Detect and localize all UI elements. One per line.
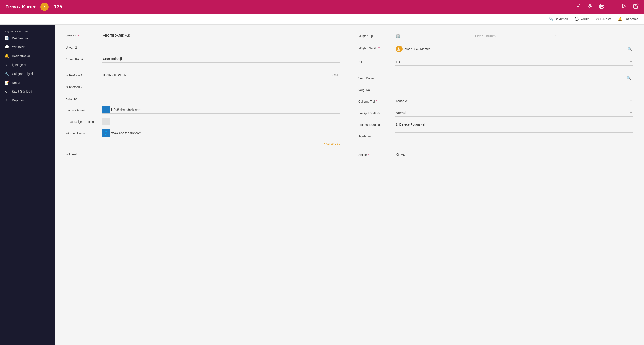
sidebar: İLİŞKİLİ KAYITLAR 📄 Dokümanlar 💬 Yorumla… [0, 25, 55, 345]
aciklama-textarea[interactable] [395, 132, 633, 146]
sektor-control: Kimya Teknoloji Diğer ▾ [395, 151, 633, 158]
hatirlatma-link[interactable]: 🔔 Hatırlatma [618, 17, 638, 21]
dil-select[interactable]: TR EN DE [395, 58, 633, 65]
is-adresi-row: İş Adresi ··· [66, 150, 340, 156]
sektor-row: Sektör * Kimya Teknoloji Diğer ▾ [358, 151, 633, 158]
main-layout: İLİŞKİLİ KAYITLAR 📄 Dokümanlar 💬 Yorumla… [0, 25, 644, 345]
reminder-icon: 🔔 [4, 54, 9, 58]
musteri-tipi-value: Firma - Kurum [475, 34, 553, 38]
potans-durumu-control: 1. Derece Potansiyel 2. Derece Potansiye… [395, 121, 633, 128]
internet-sayfasi-input[interactable] [110, 129, 340, 137]
eposta-adresi-input[interactable] [110, 106, 340, 114]
building-icon: 🏢 [396, 34, 474, 38]
eposta-adresi-control: ··· [102, 106, 340, 114]
is-telefonu2-row: İş Telefonu 2 [66, 83, 340, 91]
content-area: Ünvan-1 * Ünvan-2 [55, 25, 644, 345]
notes-icon: 📝 [4, 81, 9, 85]
edit-icon[interactable] [633, 4, 638, 10]
musteri-tipi-row: Müşteri Tipi 🏢 Firma - Kurum ▾ [358, 32, 633, 40]
musteri-sahibi-control: smartClick Master 🔍 [395, 44, 633, 54]
sektor-required: * [368, 153, 370, 157]
owner-name: smartClick Master [404, 47, 626, 51]
faaliyet-statusu-label: Faaliyet Statüsü [358, 109, 395, 115]
owner-search-icon[interactable]: 🔍 [628, 47, 632, 51]
calisma-tipi-select[interactable]: Tedarikçi Müşteri Diğer [395, 98, 633, 105]
add-address-row: + Adres Ekle [66, 141, 340, 146]
sidebar-item-kayit-gunlugu[interactable]: ⏱ Kayıt Günlüğü [0, 87, 55, 96]
sidebar-item-raporlar[interactable]: ℹ Raporlar [0, 96, 55, 105]
eposta-icon-button[interactable]: ··· [102, 106, 110, 114]
is-adresi-control: ··· [102, 150, 340, 155]
internet-sayfasi-label: İnternet Sayfası [66, 129, 102, 135]
potans-durumu-select[interactable]: 1. Derece Potansiyel 2. Derece Potansiye… [395, 121, 633, 128]
musteri-tipi-label: Müşteri Tipi [358, 32, 395, 38]
potans-durumu-label: Potans. Durumu [358, 121, 395, 127]
vergi-dairesi-search-icon[interactable]: 🔍 [625, 76, 633, 80]
is-telefonu1-required: * [83, 74, 85, 77]
is-telefonu2-control [102, 83, 340, 91]
save-icon[interactable] [575, 4, 581, 10]
sektor-select-wrap: Kimya Teknoloji Diğer ▾ [395, 151, 633, 158]
vergi-dairesi-row: Vergi Dairesi 🔍 [358, 74, 633, 82]
sidebar-item-notlar[interactable]: 📝 Notlar [0, 78, 55, 87]
is-adresi-dots[interactable]: ··· [102, 150, 106, 155]
form-grid: Ünvan-1 * Ünvan-2 [66, 32, 633, 162]
vergi-no-input[interactable] [395, 86, 633, 93]
sidebar-item-dokumanlar[interactable]: 📄 Dokümanlar [0, 34, 55, 43]
arama-kriteri-label: Arama Kriteri [66, 55, 102, 61]
potans-durumu-select-wrap: 1. Derece Potansiyel 2. Derece Potansiye… [395, 121, 633, 128]
aciklama-label: Açıklama [358, 132, 395, 138]
add-address-link[interactable]: + Adres Ekle [102, 141, 340, 146]
sidebar-item-hatirlatmalar[interactable]: 🔔 Hatırlatmalar [0, 52, 55, 60]
owner-field[interactable]: smartClick Master 🔍 [395, 44, 633, 54]
play-icon[interactable] [621, 4, 627, 10]
faks-no-row: Faks No [66, 95, 340, 102]
faaliyet-statusu-row: Faaliyet Statüsü Normal Pasif Aktif ▾ [358, 109, 633, 117]
vergi-dairesi-label: Vergi Dairesi [358, 74, 395, 80]
sidebar-item-calisma-bilgisi[interactable]: 🔧 Çalışma Bilgisi [0, 69, 55, 78]
musteri-sahibi-required: * [378, 47, 380, 50]
top-header: Firma - Kurum ‹ 135 ··· [0, 0, 644, 14]
efatura-eposta-input[interactable] [110, 118, 340, 125]
sidebar-item-yorumlar[interactable]: 💬 Yorumlar [0, 43, 55, 52]
dil-label: Dil [358, 58, 395, 64]
sidebar-item-is-akislari[interactable]: ↩ İş Akışları [0, 60, 55, 69]
bell-icon: 🔔 [618, 17, 622, 21]
wrench-icon[interactable] [587, 4, 592, 10]
eposta-link[interactable]: ✉ E-Posta [596, 17, 612, 21]
calisma-tipi-select-wrap: Tedarikçi Müşteri Diğer ▾ [395, 98, 633, 105]
unvan2-input[interactable] [102, 44, 340, 51]
globe-icon-button[interactable]: 🌐 [102, 129, 110, 137]
back-button[interactable]: ‹ [40, 3, 48, 11]
work-info-icon: 🔧 [4, 72, 9, 76]
unvan1-input[interactable] [102, 32, 340, 40]
vergi-dairesi-input[interactable] [395, 74, 625, 82]
calisma-tipi-control: Tedarikçi Müşteri Diğer ▾ [395, 98, 633, 105]
faks-no-input[interactable] [102, 95, 340, 102]
faaliyet-statusu-select[interactable]: Normal Pasif Aktif [395, 109, 633, 116]
sektor-select[interactable]: Kimya Teknoloji Diğer [395, 151, 633, 158]
form-right-column: Müşteri Tipi 🏢 Firma - Kurum ▾ Müşteri S… [358, 32, 633, 162]
musteri-sahibi-row: Müşteri Sahibi * smartClick Master 🔍 [358, 44, 633, 54]
arama-kriteri-input[interactable] [102, 55, 340, 63]
is-telefonu1-label: İş Telefonu 1 * [66, 71, 102, 77]
vergi-no-label: Vergi No [358, 86, 395, 92]
more-icon[interactable]: ··· [611, 4, 615, 10]
print-icon[interactable] [599, 4, 604, 10]
aciklama-row: Açıklama [358, 132, 633, 147]
yorum-link[interactable]: 💬 Yorum [574, 17, 590, 21]
vergi-no-row: Vergi No [358, 86, 633, 93]
dokuman-link[interactable]: 📎 Doküman [548, 17, 568, 21]
svg-rect-0 [600, 7, 603, 9]
comments-icon: 💬 [4, 45, 9, 49]
workflow-icon: ↩ [4, 63, 9, 67]
unvan1-label: Ünvan-1 * [66, 32, 102, 38]
musteri-tipi-select[interactable]: 🏢 Firma - Kurum ▾ [395, 32, 633, 40]
is-telefonu2-input[interactable] [102, 83, 340, 91]
efatura-icon-button[interactable]: ··· [102, 118, 110, 125]
dahili-button[interactable]: Dahili [330, 71, 340, 79]
unvan2-label: Ünvan-2 [66, 44, 102, 49]
dil-control: TR EN DE ▾ [395, 58, 633, 66]
reports-icon: ℹ [4, 98, 9, 102]
is-telefonu1-input[interactable] [102, 71, 330, 79]
